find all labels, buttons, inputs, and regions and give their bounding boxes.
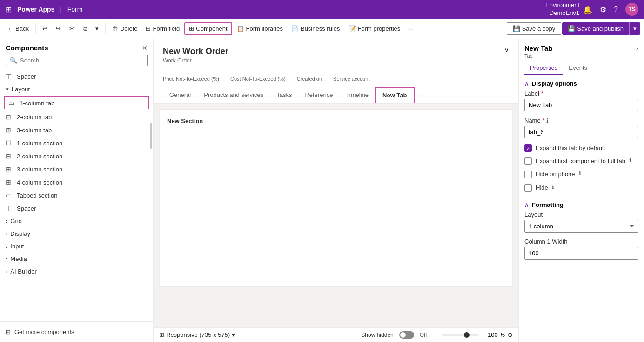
layout-select[interactable]: 1 column 2 columns 3 columns (524, 220, 638, 233)
component-button[interactable]: ⊞ Component (184, 22, 232, 35)
sidebar-item-spacer-top[interactable]: ⊤ Spacer (0, 70, 153, 83)
tab-general[interactable]: General (163, 88, 197, 103)
save-copy-button[interactable]: 💾 Save a copy (507, 22, 562, 35)
hide-label: Hide (536, 184, 548, 192)
help-icon[interactable]: ? (614, 5, 618, 14)
sidebar-item-3col-tab[interactable]: ⊞ 3-column tab (0, 123, 153, 137)
expand-first-checkbox[interactable] (524, 157, 532, 165)
field-created: --- Created on (297, 69, 322, 82)
form-properties-button[interactable]: 📝 Form properties (345, 23, 404, 34)
grid-icon[interactable]: ⊞ (6, 5, 12, 14)
sidebar-item-tabbed-section[interactable]: ▭ Tabbed section (0, 189, 153, 202)
copy-button[interactable]: ⧉ (79, 23, 91, 34)
cut-button[interactable]: ✂ (66, 23, 78, 34)
form-libraries-button[interactable]: 📋 Form libraries (233, 23, 287, 34)
tab-events[interactable]: Events (563, 62, 593, 75)
tab-products-services[interactable]: Products and services (197, 88, 270, 103)
hide-on-phone-checkbox[interactable] (524, 171, 532, 178)
more-button[interactable]: ··· (405, 23, 417, 34)
zoom-slider[interactable] (442, 334, 479, 336)
sidebar-item-1col-section[interactable]: ☐ 1-column section (0, 137, 153, 150)
sidebar-media-section[interactable]: › Media (0, 253, 153, 265)
sidebar-item-spacer[interactable]: ⊤ Spacer (0, 202, 153, 215)
get-more-components-item[interactable]: ⊞ Get more components (6, 326, 148, 338)
redo-icon: ↪ (56, 25, 61, 32)
sidebar-item-3col-section[interactable]: ⊞ 3-column section (0, 163, 153, 176)
get-more-label: Get more components (14, 328, 74, 335)
right-panel-next-icon[interactable]: › (636, 44, 638, 52)
sidebar-item-2col-tab[interactable]: ⊟ 2-column tab (0, 110, 153, 123)
back-button[interactable]: ← Back (4, 23, 33, 34)
sidebar-item-4col-section[interactable]: ⊞ 4-column section (0, 176, 153, 189)
display-options-collapse-icon: ∧ (524, 80, 529, 87)
field-service-label: Service account (333, 76, 369, 82)
col1-width-label: Column 1 Width (524, 238, 638, 245)
expand-first-info-icon[interactable]: ℹ (629, 157, 631, 164)
display-section-label: Display (10, 230, 30, 237)
tab-tasks[interactable]: Tasks (270, 88, 298, 103)
tabbed-section-icon: ▭ (6, 192, 13, 199)
sidebar-item-1col-tab[interactable]: ▭ 1-column tab (4, 96, 149, 109)
delete-button[interactable]: 🗑 Delete (108, 23, 141, 34)
top-bar: ⊞ Power Apps | Form Environment DemoEnv1… (0, 0, 644, 19)
col1-width-field-group: Column 1 Width (524, 238, 638, 260)
expand-default-checkbox[interactable]: ✓ (524, 144, 532, 152)
name-info-icon[interactable]: ℹ (546, 117, 549, 124)
formatting-collapse-icon: ∧ (524, 201, 529, 208)
get-more-icon: ⊞ (6, 328, 11, 335)
zoom-minus-button[interactable]: — (433, 331, 439, 338)
field-cost-label: Cost Not-To-Exceed (%) (230, 76, 286, 82)
sidebar-close-button[interactable]: ✕ (142, 44, 148, 52)
avatar[interactable]: TS (625, 3, 638, 16)
settings-icon[interactable]: ⚙ (600, 5, 606, 14)
tab-properties[interactable]: Properties (524, 62, 563, 75)
3col-tab-icon: ⊞ (6, 126, 13, 134)
map-icon[interactable]: ⊕ (508, 331, 513, 338)
search-input[interactable] (20, 57, 143, 64)
right-panel-header: New Tab › Tab Properties Events (519, 39, 644, 75)
paste-chevron-button[interactable]: ▾ (92, 23, 102, 34)
field-service-account: --- Service account (333, 69, 369, 82)
notification-icon[interactable]: 🔔 (583, 5, 592, 14)
form-field-button[interactable]: ⊟ Form field (142, 23, 183, 34)
name-input[interactable] (524, 126, 638, 138)
display-collapse-icon: › (6, 230, 7, 237)
responsive-selector[interactable]: ⊞ Responsive (735 x 575) ▾ (159, 331, 235, 338)
form-expand-button[interactable]: ∨ (504, 47, 509, 54)
2col-section-icon: ⊟ (6, 152, 13, 160)
save-publish-button[interactable]: 💾 Save and publish (562, 22, 629, 35)
name-required: * (543, 117, 545, 124)
label-input[interactable] (524, 99, 638, 111)
sidebar-grid-section[interactable]: › Grid (0, 215, 153, 227)
display-options-section-header[interactable]: ∧ Display options (524, 75, 638, 90)
hide-on-phone-label: Hide on phone (536, 170, 575, 178)
col1-width-input[interactable] (524, 247, 638, 260)
tab-timeline[interactable]: Timeline (339, 88, 375, 103)
save-publish-chevron[interactable]: ▾ (629, 22, 640, 35)
form-tabs-more[interactable]: ··· (415, 88, 427, 103)
hide-checkbox[interactable] (524, 184, 532, 192)
form-section[interactable]: New Section (159, 109, 513, 287)
sidebar-display-section[interactable]: › Display (0, 227, 153, 240)
hide-on-phone-info-icon[interactable]: ℹ (579, 170, 581, 177)
responsive-chevron-icon: ▾ (232, 331, 235, 338)
tab-reference[interactable]: Reference (298, 88, 339, 103)
redo-button[interactable]: ↪ (52, 23, 65, 34)
sidebar-layout-section[interactable]: ▾ Layout (0, 83, 153, 96)
sidebar-title: Components (6, 44, 48, 52)
expand-default-label: Expand this tab by default (536, 144, 605, 152)
zoom-plus-button[interactable]: + (482, 331, 485, 338)
env-info: Environment DemoEnv1 (545, 1, 579, 17)
sidebar-input-section[interactable]: › Input (0, 240, 153, 253)
zoom-slider-thumb[interactable] (464, 332, 470, 338)
show-hidden-toggle[interactable] (399, 331, 414, 339)
sidebar-item-2col-section[interactable]: ⊟ 2-column section (0, 150, 153, 163)
business-rules-button[interactable]: 📄 Business rules (288, 23, 344, 34)
formatting-section-header[interactable]: ∧ Formatting (524, 197, 638, 211)
tab-new-tab[interactable]: New Tab (375, 87, 415, 103)
sidebar-scrollbar-thumb (150, 123, 152, 149)
sidebar-ai-builder-section[interactable]: › AI Builder (0, 265, 153, 278)
toolbar: ← Back ↩ ↪ ✂ ⧉ ▾ 🗑 Delete ⊟ Form field ⊞… (0, 19, 644, 39)
undo-button[interactable]: ↩ (39, 23, 51, 34)
hide-info-icon[interactable]: ℹ (552, 184, 554, 190)
